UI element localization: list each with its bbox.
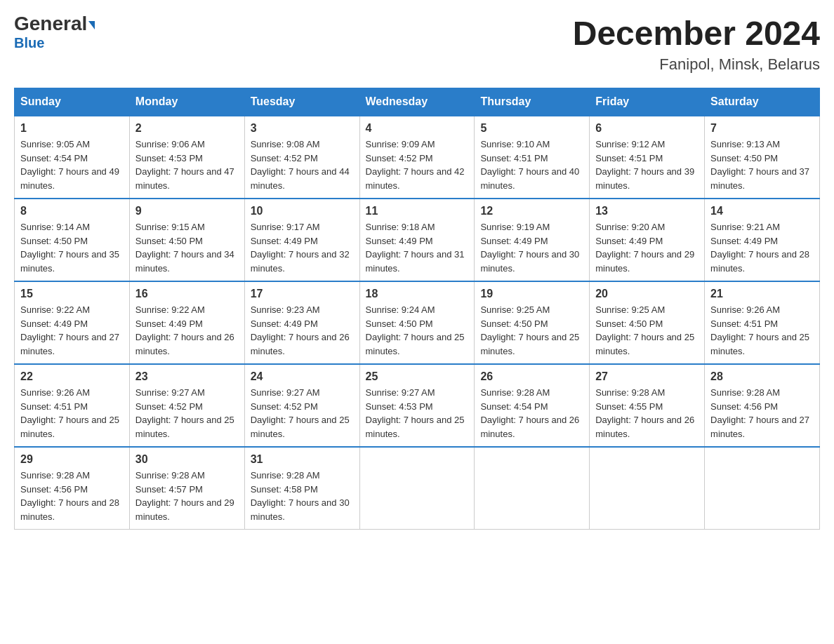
day-info: Sunrise: 9:08 AM Sunset: 4:52 PM Dayligh…	[251, 137, 354, 192]
day-number: 24	[251, 370, 354, 383]
day-number: 3	[251, 122, 354, 135]
day-info: Sunrise: 9:20 AM Sunset: 4:49 PM Dayligh…	[595, 220, 699, 275]
table-row: 20 Sunrise: 9:25 AM Sunset: 4:50 PM Dayl…	[590, 281, 705, 364]
table-row: 30 Sunrise: 9:28 AM Sunset: 4:57 PM Dayl…	[129, 447, 244, 530]
day-number: 22	[20, 370, 124, 383]
table-row: 5 Sunrise: 9:10 AM Sunset: 4:51 PM Dayli…	[475, 116, 590, 199]
col-sunday: Sunday	[15, 88, 130, 116]
table-row	[475, 447, 590, 530]
table-row: 25 Sunrise: 9:27 AM Sunset: 4:53 PM Dayl…	[359, 364, 475, 447]
logo-main: General	[14, 14, 95, 34]
day-info: Sunrise: 9:26 AM Sunset: 4:51 PM Dayligh…	[20, 386, 124, 441]
day-info: Sunrise: 9:09 AM Sunset: 4:52 PM Dayligh…	[366, 137, 469, 192]
table-row: 18 Sunrise: 9:24 AM Sunset: 4:50 PM Dayl…	[359, 281, 475, 364]
day-number: 26	[480, 370, 583, 383]
day-number: 25	[366, 370, 469, 383]
day-info: Sunrise: 9:25 AM Sunset: 4:50 PM Dayligh…	[595, 303, 699, 358]
table-row: 16 Sunrise: 9:22 AM Sunset: 4:49 PM Dayl…	[129, 281, 244, 364]
table-row: 8 Sunrise: 9:14 AM Sunset: 4:50 PM Dayli…	[15, 199, 130, 281]
day-number: 27	[595, 370, 699, 383]
day-info: Sunrise: 9:06 AM Sunset: 4:53 PM Dayligh…	[135, 137, 239, 192]
table-row: 4 Sunrise: 9:09 AM Sunset: 4:52 PM Dayli…	[359, 116, 475, 199]
table-row	[359, 447, 475, 530]
day-number: 13	[595, 205, 699, 217]
day-number: 29	[20, 453, 124, 466]
day-info: Sunrise: 9:18 AM Sunset: 4:49 PM Dayligh…	[366, 220, 469, 275]
table-row: 28 Sunrise: 9:28 AM Sunset: 4:56 PM Dayl…	[705, 364, 820, 447]
title-block: December 2024 Fanipol, Minsk, Belarus	[573, 14, 820, 74]
day-info: Sunrise: 9:22 AM Sunset: 4:49 PM Dayligh…	[20, 303, 124, 358]
day-info: Sunrise: 9:28 AM Sunset: 4:57 PM Dayligh…	[135, 469, 239, 523]
day-number: 2	[135, 122, 239, 135]
day-info: Sunrise: 9:27 AM Sunset: 4:53 PM Dayligh…	[366, 386, 469, 441]
day-info: Sunrise: 9:24 AM Sunset: 4:50 PM Dayligh…	[366, 303, 469, 358]
table-row: 9 Sunrise: 9:15 AM Sunset: 4:50 PM Dayli…	[129, 199, 244, 281]
table-row: 23 Sunrise: 9:27 AM Sunset: 4:52 PM Dayl…	[129, 364, 244, 447]
table-row: 19 Sunrise: 9:25 AM Sunset: 4:50 PM Dayl…	[475, 281, 590, 364]
table-row: 29 Sunrise: 9:28 AM Sunset: 4:56 PM Dayl…	[15, 447, 130, 530]
day-info: Sunrise: 9:27 AM Sunset: 4:52 PM Dayligh…	[251, 386, 354, 441]
day-number: 16	[135, 288, 239, 300]
table-row: 22 Sunrise: 9:26 AM Sunset: 4:51 PM Dayl…	[15, 364, 130, 447]
table-row: 11 Sunrise: 9:18 AM Sunset: 4:49 PM Dayl…	[359, 199, 475, 281]
day-info: Sunrise: 9:28 AM Sunset: 4:54 PM Dayligh…	[480, 386, 583, 441]
logo: General Blue	[14, 14, 95, 51]
day-info: Sunrise: 9:25 AM Sunset: 4:50 PM Dayligh…	[480, 303, 583, 358]
day-number: 5	[480, 122, 583, 135]
col-thursday: Thursday	[475, 88, 590, 116]
table-row: 12 Sunrise: 9:19 AM Sunset: 4:49 PM Dayl…	[475, 199, 590, 281]
day-info: Sunrise: 9:21 AM Sunset: 4:49 PM Dayligh…	[710, 220, 814, 275]
calendar-table: Sunday Monday Tuesday Wednesday Thursday…	[14, 88, 820, 530]
table-row	[590, 447, 705, 530]
day-info: Sunrise: 9:10 AM Sunset: 4:51 PM Dayligh…	[480, 137, 583, 192]
day-number: 15	[20, 288, 124, 300]
day-number: 7	[710, 122, 814, 135]
col-tuesday: Tuesday	[244, 88, 359, 116]
calendar-header-row: Sunday Monday Tuesday Wednesday Thursday…	[15, 88, 820, 116]
day-info: Sunrise: 9:27 AM Sunset: 4:52 PM Dayligh…	[135, 386, 239, 441]
day-number: 19	[480, 288, 583, 300]
table-row: 27 Sunrise: 9:28 AM Sunset: 4:55 PM Dayl…	[590, 364, 705, 447]
day-number: 6	[595, 122, 699, 135]
day-number: 21	[710, 288, 814, 300]
day-info: Sunrise: 9:28 AM Sunset: 4:55 PM Dayligh…	[595, 386, 699, 441]
day-number: 17	[251, 288, 354, 300]
day-info: Sunrise: 9:19 AM Sunset: 4:49 PM Dayligh…	[480, 220, 583, 275]
table-row: 7 Sunrise: 9:13 AM Sunset: 4:50 PM Dayli…	[705, 116, 820, 199]
calendar-week-row: 22 Sunrise: 9:26 AM Sunset: 4:51 PM Dayl…	[15, 364, 820, 447]
calendar-title: December 2024	[573, 14, 820, 53]
table-row: 10 Sunrise: 9:17 AM Sunset: 4:49 PM Dayl…	[244, 199, 359, 281]
day-number: 28	[710, 370, 814, 383]
day-number: 23	[135, 370, 239, 383]
table-row: 31 Sunrise: 9:28 AM Sunset: 4:58 PM Dayl…	[244, 447, 359, 530]
col-saturday: Saturday	[705, 88, 820, 116]
day-number: 8	[20, 205, 124, 217]
logo-sub: Blue	[14, 35, 44, 51]
table-row	[705, 447, 820, 530]
location-subtitle: Fanipol, Minsk, Belarus	[573, 55, 820, 74]
day-info: Sunrise: 9:15 AM Sunset: 4:50 PM Dayligh…	[135, 220, 239, 275]
day-info: Sunrise: 9:17 AM Sunset: 4:49 PM Dayligh…	[251, 220, 354, 275]
col-monday: Monday	[129, 88, 244, 116]
calendar-week-row: 15 Sunrise: 9:22 AM Sunset: 4:49 PM Dayl…	[15, 281, 820, 364]
col-friday: Friday	[590, 88, 705, 116]
day-number: 30	[135, 453, 239, 466]
day-info: Sunrise: 9:28 AM Sunset: 4:56 PM Dayligh…	[20, 469, 124, 523]
day-number: 18	[366, 288, 469, 300]
calendar-week-row: 8 Sunrise: 9:14 AM Sunset: 4:50 PM Dayli…	[15, 199, 820, 281]
day-info: Sunrise: 9:05 AM Sunset: 4:54 PM Dayligh…	[20, 137, 124, 192]
day-number: 14	[710, 205, 814, 217]
table-row: 17 Sunrise: 9:23 AM Sunset: 4:49 PM Dayl…	[244, 281, 359, 364]
day-info: Sunrise: 9:23 AM Sunset: 4:49 PM Dayligh…	[251, 303, 354, 358]
day-number: 31	[251, 453, 354, 466]
day-info: Sunrise: 9:26 AM Sunset: 4:51 PM Dayligh…	[710, 303, 814, 358]
day-info: Sunrise: 9:14 AM Sunset: 4:50 PM Dayligh…	[20, 220, 124, 275]
day-number: 20	[595, 288, 699, 300]
day-number: 1	[20, 122, 124, 135]
day-number: 12	[480, 205, 583, 217]
table-row: 26 Sunrise: 9:28 AM Sunset: 4:54 PM Dayl…	[475, 364, 590, 447]
day-info: Sunrise: 9:12 AM Sunset: 4:51 PM Dayligh…	[595, 137, 699, 192]
table-row: 21 Sunrise: 9:26 AM Sunset: 4:51 PM Dayl…	[705, 281, 820, 364]
day-info: Sunrise: 9:28 AM Sunset: 4:56 PM Dayligh…	[710, 386, 814, 441]
day-info: Sunrise: 9:28 AM Sunset: 4:58 PM Dayligh…	[251, 469, 354, 523]
